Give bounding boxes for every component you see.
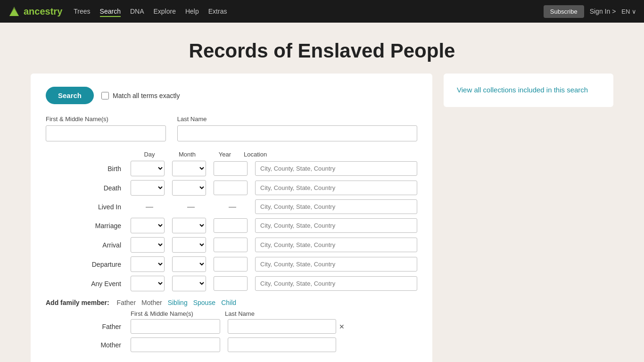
livedin-location-input[interactable] <box>255 199 417 214</box>
search-top-row: Search Match all terms exactly <box>46 87 417 104</box>
death-day-select[interactable] <box>131 180 165 196</box>
departure-day-group <box>131 256 168 272</box>
header-month: Month <box>168 151 206 158</box>
header-day: Day <box>131 151 168 158</box>
family-link-sibling[interactable]: Sibling <box>168 299 188 306</box>
arrival-year-input[interactable] <box>214 238 248 252</box>
family-col-first-header: First & Middle Name(s) <box>131 310 225 317</box>
marriage-month-group <box>172 218 210 233</box>
death-month-select[interactable] <box>172 180 206 196</box>
departure-day-select[interactable] <box>131 256 165 272</box>
arrival-day-group <box>131 237 168 253</box>
birth-year-group <box>214 161 251 176</box>
livedin-label: Lived In <box>46 203 131 211</box>
marriage-location-group <box>255 218 417 233</box>
last-name-label: Last Name <box>177 115 417 123</box>
marriage-year-input[interactable] <box>214 218 248 233</box>
match-exact-label: Match all terms exactly <box>101 92 180 99</box>
nav-dna[interactable]: DNA <box>130 8 144 15</box>
subscribe-button[interactable]: Subscribe <box>544 5 584 18</box>
marriage-month-select[interactable] <box>172 218 206 233</box>
anyevent-location-input[interactable] <box>255 276 417 291</box>
marriage-day-select[interactable] <box>131 218 165 233</box>
collections-card: View all collections included in this se… <box>444 74 613 107</box>
language-selector[interactable]: EN ∨ <box>621 8 636 15</box>
departure-year-input[interactable] <box>214 257 248 272</box>
nav-explore[interactable]: Explore <box>153 8 175 15</box>
marriage-row: Marriage <box>46 218 417 233</box>
father-last-input[interactable] <box>228 319 336 334</box>
birth-day-select[interactable] <box>131 161 165 176</box>
signin-button[interactable]: Sign In > <box>590 8 616 15</box>
death-day-group <box>131 180 168 196</box>
arrival-month-select[interactable] <box>172 237 206 253</box>
arrival-location-input[interactable] <box>255 238 417 252</box>
event-header-row: Day Month Year Location <box>46 151 417 158</box>
death-year-group <box>214 181 251 195</box>
nav-bar: ancestry Trees Search DNA Explore Help E… <box>0 0 644 23</box>
add-family-label: Add family member: <box>46 299 109 306</box>
nav-links: Trees Search DNA Explore Help Extras <box>74 7 227 16</box>
anyevent-month-group <box>172 276 210 291</box>
nav-search[interactable]: Search <box>100 8 121 17</box>
family-link-spouse[interactable]: Spouse <box>193 299 215 306</box>
marriage-year-group <box>214 218 251 233</box>
anyevent-year-group <box>214 276 251 291</box>
death-label: Death <box>46 184 131 192</box>
death-location-input[interactable] <box>255 181 417 195</box>
birth-label: Birth <box>46 165 131 173</box>
anyevent-day-group <box>131 276 168 291</box>
livedin-row: Lived In — — — <box>46 199 417 214</box>
death-location-group <box>255 181 417 195</box>
father-first-input[interactable] <box>131 319 220 334</box>
arrival-day-select[interactable] <box>131 237 165 253</box>
nav-extras[interactable]: Extras <box>208 8 227 15</box>
marriage-label: Marriage <box>46 222 131 230</box>
last-name-group: Last Name <box>177 115 417 141</box>
death-row: Death <box>46 180 417 196</box>
first-middle-input[interactable] <box>46 125 166 141</box>
last-name-input[interactable] <box>177 125 417 141</box>
birth-year-input[interactable] <box>214 161 248 176</box>
birth-row: Birth <box>46 161 417 176</box>
father-close-button[interactable]: ✕ <box>339 323 345 330</box>
svg-marker-1 <box>9 8 19 16</box>
departure-location-input[interactable] <box>255 257 417 272</box>
family-link-father[interactable]: Father <box>117 299 136 306</box>
marriage-day-group <box>131 218 168 233</box>
nav-trees[interactable]: Trees <box>74 8 90 15</box>
birth-location-input[interactable] <box>255 161 417 176</box>
nav-help[interactable]: Help <box>185 8 199 15</box>
anyevent-year-input[interactable] <box>214 276 248 291</box>
family-link-mother[interactable]: Mother <box>141 299 162 306</box>
mother-first-input[interactable] <box>131 337 220 352</box>
anyevent-location-group <box>255 276 417 291</box>
arrival-month-group <box>172 237 210 253</box>
family-link-child[interactable]: Child <box>221 299 236 306</box>
logo-text: ancestry <box>24 6 62 17</box>
anyevent-day-select[interactable] <box>131 276 165 291</box>
birth-month-group <box>172 161 210 176</box>
mother-label: Mother <box>46 341 131 349</box>
name-row: First & Middle Name(s) Last Name <box>46 115 417 141</box>
anyevent-label: Any Event <box>46 280 131 288</box>
anyevent-month-select[interactable] <box>172 276 206 291</box>
logo[interactable]: ancestry <box>8 5 62 18</box>
main-container: Search Match all terms exactly First & M… <box>16 74 628 362</box>
match-exact-checkbox[interactable] <box>101 92 109 99</box>
anyevent-row: Any Event <box>46 276 417 291</box>
page-title-area: Records of Enslaved People <box>0 23 644 74</box>
sidebar: View all collections included in this se… <box>444 74 613 362</box>
father-input-row: Father ✕ <box>46 319 417 334</box>
departure-month-select[interactable] <box>172 256 206 272</box>
search-panel: Search Match all terms exactly First & M… <box>31 74 432 362</box>
collections-link[interactable]: View all collections included in this se… <box>457 86 588 94</box>
mother-last-input[interactable] <box>228 337 336 352</box>
family-member-row: Add family member: Father Mother Sibling… <box>46 299 417 306</box>
nav-right: Subscribe Sign In > EN ∨ <box>544 5 636 18</box>
arrival-label: Arrival <box>46 241 131 249</box>
search-button[interactable]: Search <box>46 87 94 104</box>
birth-month-select[interactable] <box>172 161 206 176</box>
death-year-input[interactable] <box>214 181 248 195</box>
marriage-location-input[interactable] <box>255 218 417 233</box>
